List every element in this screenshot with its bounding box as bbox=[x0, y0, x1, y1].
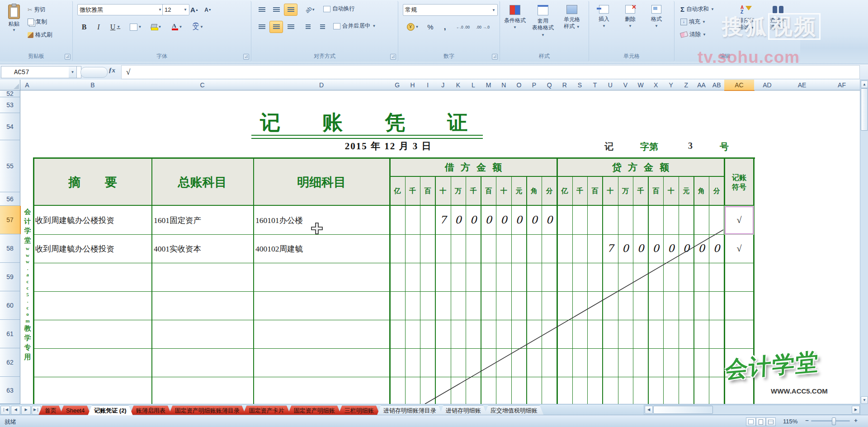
column-header-T[interactable]: T bbox=[587, 80, 603, 90]
column-header-AD[interactable]: AD bbox=[754, 80, 781, 90]
cell-mark-row1[interactable]: √ bbox=[724, 234, 754, 263]
column-header-Y[interactable]: Y bbox=[663, 80, 679, 90]
zoom-out-button[interactable]: − bbox=[804, 417, 810, 423]
row-header-59[interactable]: 59 bbox=[0, 263, 20, 291]
sheet-tab-7[interactable]: 固定资产明细账 bbox=[288, 405, 341, 415]
sheet-tab-3[interactable]: 记账凭证 (2) bbox=[88, 405, 133, 415]
scroll-right-arrow[interactable]: ▶ bbox=[852, 406, 860, 414]
paste-button[interactable]: 粘贴 ▼ bbox=[4, 4, 24, 47]
sheet-tab-9[interactable]: 进销存明细账簿目录 bbox=[377, 405, 443, 415]
column-header-A[interactable]: A bbox=[20, 80, 34, 90]
increase-indent-button[interactable] bbox=[316, 21, 329, 33]
fill-button[interactable]: ↓ 填充▼ bbox=[679, 18, 707, 26]
vertical-scrollbar[interactable]: ▲ ▼ bbox=[860, 80, 868, 405]
copy-button[interactable]: 复制 bbox=[26, 18, 48, 26]
name-box-dropdown[interactable]: ▼ bbox=[69, 66, 77, 78]
page-break-view-button[interactable] bbox=[766, 418, 776, 426]
column-header-G[interactable]: G bbox=[390, 80, 406, 90]
align-left-button[interactable] bbox=[255, 21, 269, 33]
top-align-button[interactable] bbox=[255, 4, 269, 16]
font-color-button[interactable]: A ▼ bbox=[167, 21, 187, 33]
cut-button[interactable]: ✂ 剪切 bbox=[26, 5, 47, 14]
column-header-S[interactable]: S bbox=[572, 80, 588, 90]
column-header-L[interactable]: L bbox=[466, 80, 481, 90]
conditional-formatting-button[interactable]: 条件格式 ▼ bbox=[502, 3, 528, 48]
accounting-format-button[interactable]: ¥ ▼ bbox=[403, 21, 423, 33]
bottom-align-button[interactable] bbox=[284, 4, 297, 16]
decrease-indent-button[interactable] bbox=[301, 21, 315, 33]
zoom-slider-thumb[interactable] bbox=[832, 418, 836, 425]
column-header-W[interactable]: W bbox=[633, 80, 649, 90]
fill-color-button[interactable]: ▼ bbox=[146, 21, 166, 33]
column-header-AC[interactable]: AC bbox=[724, 80, 755, 91]
number-format-combo[interactable]: 常规▼ bbox=[403, 4, 498, 16]
row-header-53[interactable]: 53 bbox=[0, 97, 20, 113]
sheet-tab-1[interactable]: 首页 bbox=[38, 405, 63, 415]
column-header-N[interactable]: N bbox=[496, 80, 512, 90]
normal-view-button[interactable] bbox=[746, 418, 756, 426]
row-header-62[interactable]: 62 bbox=[0, 348, 20, 377]
autosum-button[interactable]: Σ 自动求和▼ bbox=[679, 5, 716, 14]
cell-summary-row0[interactable]: 收到周建毓办公楼投资 bbox=[35, 206, 150, 234]
sheet-tab-11[interactable]: 应交增值税明细账 bbox=[484, 405, 544, 415]
insert-cells-button[interactable]: 插入▼ bbox=[592, 3, 616, 48]
column-header-D[interactable]: D bbox=[253, 80, 390, 90]
scroll-left-arrow[interactable]: ◀ bbox=[645, 406, 653, 414]
column-header-I[interactable]: I bbox=[420, 80, 436, 90]
alignment-dialog-launcher[interactable]: ◿ bbox=[390, 54, 396, 60]
prev-sheet-button[interactable]: ◀ bbox=[11, 406, 20, 415]
formula-input[interactable]: √ bbox=[121, 65, 860, 79]
sheet-tab-4[interactable]: 账簿启用表 bbox=[130, 405, 172, 415]
shrink-font-button[interactable]: A▼ bbox=[201, 4, 215, 16]
decrease-decimal-button[interactable]: .00 →.0 bbox=[473, 21, 492, 33]
cell-styles-button[interactable]: 单元格 样式 ▼ bbox=[559, 3, 585, 48]
zoom-level-label[interactable]: 115% bbox=[783, 418, 797, 425]
column-header-AF[interactable]: AF bbox=[824, 80, 860, 90]
first-sheet-button[interactable]: ❘◀ bbox=[0, 406, 10, 415]
comma-style-button[interactable]: , bbox=[438, 21, 452, 33]
column-header-M[interactable]: M bbox=[481, 80, 497, 90]
column-header-R[interactable]: R bbox=[557, 80, 573, 90]
page-layout-view-button[interactable] bbox=[756, 418, 766, 426]
format-painter-button[interactable]: 格式刷 bbox=[26, 31, 54, 39]
sheet-tab-6[interactable]: 固定资产卡片 bbox=[243, 405, 291, 415]
vertical-scroll-thumb[interactable] bbox=[861, 88, 868, 131]
column-header-K[interactable]: K bbox=[451, 80, 467, 90]
scroll-up-arrow[interactable]: ▲ bbox=[861, 81, 868, 88]
orientation-button[interactable]: ab▼ bbox=[301, 4, 319, 16]
middle-align-button[interactable] bbox=[269, 4, 283, 16]
bold-button[interactable]: B bbox=[77, 21, 91, 33]
column-header-AB[interactable]: AB bbox=[709, 80, 725, 90]
format-as-table-button[interactable]: 套用 表格格式 ▼ bbox=[530, 3, 556, 48]
row-header-54[interactable]: 54 bbox=[0, 113, 20, 140]
format-cells-button[interactable]: 格式▼ bbox=[644, 3, 669, 48]
horizontal-scrollbar[interactable]: ◀ ▶ bbox=[644, 405, 861, 415]
phonetic-guide-button[interactable]: 文▼ bbox=[188, 21, 208, 33]
sheet-tab-2[interactable]: Sheet4 bbox=[60, 405, 91, 415]
underline-button[interactable]: U▼ bbox=[106, 21, 124, 33]
row-header-60[interactable]: 60 bbox=[0, 291, 20, 320]
delete-cells-button[interactable]: ✕ 删除▼ bbox=[618, 3, 642, 48]
wrap-text-button[interactable]: 自动换行 bbox=[322, 5, 356, 13]
row-header-63[interactable]: 63 bbox=[0, 377, 20, 404]
next-sheet-button[interactable]: ▶ bbox=[21, 406, 31, 415]
cell-ledger-row1[interactable]: 4001实收资本 bbox=[154, 234, 252, 263]
clear-button[interactable]: 清除▼ bbox=[679, 30, 708, 39]
column-header-X[interactable]: X bbox=[648, 80, 664, 90]
row-header-55[interactable]: 55 bbox=[0, 140, 20, 192]
sheet-tab-10[interactable]: 进销存明细账 bbox=[439, 405, 487, 415]
active-cell-selection[interactable] bbox=[725, 206, 754, 234]
column-header-Z[interactable]: Z bbox=[679, 80, 694, 90]
cell-detail-row1[interactable]: 400102周建毓 bbox=[255, 234, 389, 263]
column-header-AA[interactable]: AA bbox=[694, 80, 710, 90]
align-center-button[interactable] bbox=[269, 21, 283, 33]
horizontal-scroll-thumb[interactable] bbox=[653, 406, 713, 414]
insert-function-button[interactable]: ƒx bbox=[108, 66, 115, 74]
cell-summary-row1[interactable]: 收到周建毓办公楼投资 bbox=[35, 234, 150, 263]
zoom-in-button[interactable]: + bbox=[853, 417, 859, 423]
row-header-61[interactable]: 61 bbox=[0, 320, 20, 348]
column-header-P[interactable]: P bbox=[527, 80, 542, 90]
sheet-tab-5[interactable]: 固定资产明细账账簿目录 bbox=[169, 405, 246, 415]
font-dialog-launcher[interactable]: ◿ bbox=[243, 54, 249, 60]
column-header-B[interactable]: B bbox=[34, 80, 152, 90]
